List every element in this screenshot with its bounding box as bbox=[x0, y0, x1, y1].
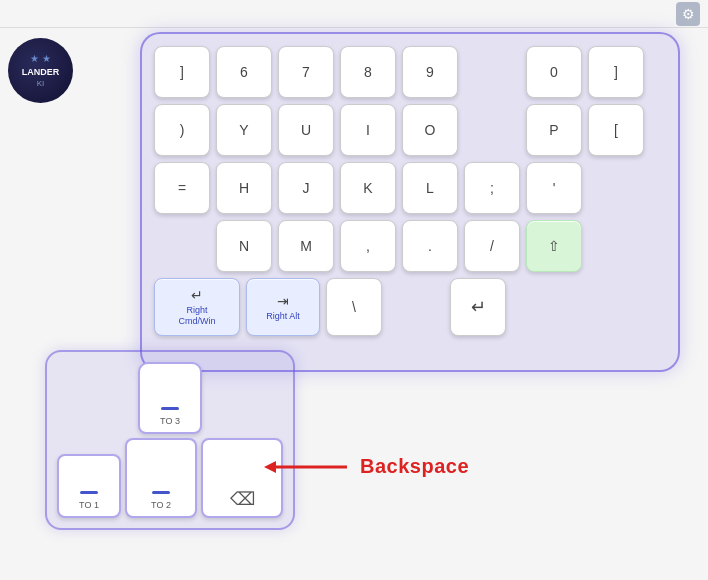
key-i[interactable]: I bbox=[340, 104, 396, 156]
key-n[interactable]: N bbox=[216, 220, 272, 272]
key-quote[interactable]: ' bbox=[526, 162, 582, 214]
key-period[interactable]: . bbox=[402, 220, 458, 272]
avatar: ★ ★ LANDER KI bbox=[8, 38, 73, 103]
gear-icon[interactable]: ⚙ bbox=[676, 2, 700, 26]
key-to3[interactable]: TO 3 bbox=[138, 362, 202, 434]
key-semicolon[interactable]: ; bbox=[464, 162, 520, 214]
key-9[interactable]: 9 bbox=[402, 46, 458, 98]
key-bracket-right-2[interactable]: ] bbox=[588, 46, 644, 98]
key-row-3: = H J K L ; ' bbox=[154, 162, 666, 214]
secondary-keyboard: TO 3 TO 1 TO 2 ⌫ bbox=[57, 362, 283, 518]
key-backslash[interactable]: \ bbox=[326, 278, 382, 336]
key-k[interactable]: K bbox=[340, 162, 396, 214]
key-row-1: ] 6 7 8 9 0 ] bbox=[154, 46, 666, 98]
key-o[interactable]: O bbox=[402, 104, 458, 156]
backspace-label: Backspace bbox=[360, 455, 469, 478]
secondary-row-bottom: TO 1 TO 2 ⌫ bbox=[57, 438, 283, 518]
key-m[interactable]: M bbox=[278, 220, 334, 272]
to2-label: TO 2 bbox=[151, 500, 171, 510]
key-to1[interactable]: TO 1 bbox=[57, 454, 121, 518]
key-8[interactable]: 8 bbox=[340, 46, 396, 98]
key-p[interactable]: P bbox=[526, 104, 582, 156]
key-right-cmd[interactable]: ↵ RightCmd/Win bbox=[154, 278, 240, 336]
to2-bar bbox=[152, 491, 170, 494]
key-7[interactable]: 7 bbox=[278, 46, 334, 98]
key-enter[interactable]: ↵ bbox=[450, 278, 506, 336]
key-h[interactable]: H bbox=[216, 162, 272, 214]
key-row-5: ↵ RightCmd/Win ⇥ Right Alt \ ↵ bbox=[154, 278, 666, 336]
key-bracket-left[interactable]: [ bbox=[588, 104, 644, 156]
top-bar: ⚙ bbox=[0, 0, 708, 28]
key-j[interactable]: J bbox=[278, 162, 334, 214]
svg-marker-1 bbox=[264, 461, 276, 473]
to3-bar bbox=[161, 407, 179, 410]
key-right-alt[interactable]: ⇥ Right Alt bbox=[246, 278, 320, 336]
to3-label: TO 3 bbox=[160, 416, 180, 426]
secondary-row-top: TO 3 bbox=[57, 362, 283, 434]
key-y[interactable]: Y bbox=[216, 104, 272, 156]
key-row-2: ) Y U I O P [ bbox=[154, 104, 666, 156]
key-comma[interactable]: , bbox=[340, 220, 396, 272]
to1-bar bbox=[80, 491, 98, 494]
avatar-subtitle: KI bbox=[22, 79, 60, 89]
key-paren-right[interactable]: ) bbox=[154, 104, 210, 156]
key-equals[interactable]: = bbox=[154, 162, 210, 214]
key-row-4: N M , . / ⇧ bbox=[154, 220, 666, 272]
key-6[interactable]: 6 bbox=[216, 46, 272, 98]
secondary-keyboard-wrapper: TO 3 TO 1 TO 2 ⌫ bbox=[45, 350, 295, 530]
key-u[interactable]: U bbox=[278, 104, 334, 156]
key-0[interactable]: 0 bbox=[526, 46, 582, 98]
key-backspace[interactable]: ⌫ bbox=[201, 438, 283, 518]
backspace-icon: ⌫ bbox=[230, 488, 255, 510]
key-bracket-right-1[interactable]: ] bbox=[154, 46, 210, 98]
arrow-container: Backspace bbox=[262, 455, 469, 478]
key-slash[interactable]: / bbox=[464, 220, 520, 272]
key-l[interactable]: L bbox=[402, 162, 458, 214]
key-shift-right[interactable]: ⇧ bbox=[526, 220, 582, 272]
to1-label: TO 1 bbox=[79, 500, 99, 510]
keyboard-area: ] 6 7 8 9 0 ] ) Y U I O P [ = H J K L ; … bbox=[140, 32, 680, 372]
avatar-title: LANDER bbox=[22, 67, 60, 79]
key-to2[interactable]: TO 2 bbox=[125, 438, 197, 518]
red-arrow-svg bbox=[262, 456, 352, 478]
